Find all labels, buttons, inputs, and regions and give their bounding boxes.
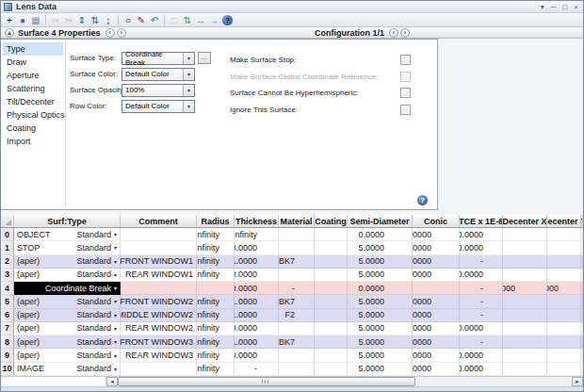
cell-thickness[interactable]: 0.0000 [235, 282, 279, 295]
cell-tce[interactable]: - [460, 282, 503, 295]
cell-conic[interactable]: 0.0000 [413, 363, 460, 376]
cell-decenter_y[interactable] [547, 363, 581, 376]
undo-icon[interactable]: ↶ [148, 14, 161, 26]
surface-type-dropdown[interactable]: Standard▾ [76, 337, 117, 347]
next-configuration-button[interactable]: › [400, 28, 410, 38]
scrollbar-thumb[interactable] [118, 377, 415, 386]
surface-type-dropdown[interactable]: Coordinate Break▾ [45, 284, 117, 293]
column-header-decenter_x[interactable]: Decenter X [503, 215, 547, 227]
surface-type-cell[interactable]: (aper)Standard▾ [14, 335, 121, 349]
surface-type-cell[interactable]: (aper)Standard▾ [14, 309, 121, 322]
surface-type-cell[interactable]: IMAGEStandard▾ [14, 363, 121, 376]
cell-decenter_x[interactable] [503, 349, 547, 362]
nav-item-tilt-decenter[interactable]: Tilt/Decenter [3, 95, 63, 108]
right-arrow-icon[interactable]: → [207, 14, 220, 26]
image-icon[interactable]: ▦ [29, 14, 42, 26]
cell-ti[interactable] [581, 282, 583, 295]
cell-thickness[interactable]: 10.0000 [235, 269, 279, 282]
surface-type-dropdown[interactable]: Standard▾ [76, 364, 117, 373]
cell-material[interactable]: N-BK7 [279, 255, 315, 269]
cell-material[interactable] [279, 322, 315, 335]
cell-coating[interactable] [315, 295, 348, 308]
cell-conic[interactable]: 0.0000 [413, 295, 460, 308]
cell-comment[interactable]: REAR WINDOW1 [121, 269, 197, 282]
row-number-cell[interactable]: 4 [1, 282, 14, 295]
cell-semi_diameter[interactable]: 5.0000 [348, 241, 413, 254]
cell-conic[interactable]: 0.0000 [413, 335, 460, 349]
cell-conic[interactable]: 0.0000 [413, 228, 460, 241]
cell-thickness[interactable]: 10.0000 [235, 241, 279, 254]
cell-semi_diameter[interactable]: 5.0000 [348, 335, 413, 349]
refresh-arrows-icon[interactable]: ⇅ [181, 14, 194, 26]
cell-decenter_x[interactable] [503, 322, 547, 335]
combo-surface-opacity-[interactable]: 100%▾ [122, 84, 195, 97]
cell-radius[interactable]: Infinity [197, 295, 235, 308]
cell-material[interactable]: N-BK7 [279, 295, 315, 308]
cell-ti[interactable] [581, 255, 583, 269]
cell-decenter_y[interactable] [547, 349, 581, 362]
split-arrows-icon[interactable]: ⇅ [89, 14, 102, 26]
cell-tce[interactable]: - [460, 295, 503, 308]
cell-coating[interactable] [315, 255, 348, 269]
cell-radius[interactable]: Infinity [197, 363, 235, 376]
surface-type-dropdown[interactable]: Standard▾ [76, 323, 117, 333]
row-number-cell[interactable]: 7 [1, 322, 14, 335]
cell-decenter_x[interactable] [503, 309, 547, 322]
cell-semi_diameter[interactable]: 0.0000 [348, 282, 413, 295]
cell-ti[interactable] [581, 363, 583, 376]
row-number-cell[interactable]: 3 [1, 269, 14, 282]
cell-thickness[interactable]: 1.0000 [235, 255, 279, 269]
cell-coating[interactable] [315, 241, 348, 254]
prev-configuration-button[interactable]: ‹ [389, 28, 398, 38]
cell-thickness[interactable]: - [235, 363, 279, 376]
scroll-left-button[interactable]: ◄ [106, 377, 118, 386]
cell-decenter_x[interactable] [503, 295, 547, 308]
cell-decenter_x[interactable] [503, 228, 547, 241]
cell-tce[interactable]: 0.0000 [460, 349, 503, 362]
row-number-cell[interactable]: 8 [1, 335, 14, 349]
cell-conic[interactable]: 0.0000 [413, 349, 460, 362]
cell-tce[interactable]: 0.0000 [460, 363, 503, 376]
surface-type-dropdown[interactable]: Standard▾ [76, 243, 117, 253]
column-header-decenter_y[interactable]: Decenter Y [547, 215, 581, 227]
surface-type-dropdown[interactable]: Standard▾ [76, 297, 117, 306]
cell-comment[interactable]: FRONT WINDOW2 [121, 295, 197, 308]
cell-ti[interactable] [581, 349, 583, 362]
surface-type-dropdown[interactable]: Standard▾ [76, 310, 117, 319]
window-menu-button[interactable]: ▾ [541, 3, 544, 11]
nav-item-type[interactable]: Type [3, 42, 63, 56]
column-header-comment[interactable]: Comment [121, 215, 197, 227]
insert-surface-icon[interactable]: ↨ [102, 14, 115, 26]
surface-type-cell[interactable]: OBJECTStandard▾ [14, 228, 121, 241]
cell-decenter_y[interactable] [547, 309, 581, 322]
cell-tce[interactable]: - [460, 335, 503, 349]
cell-material[interactable]: N-BK7 [279, 335, 315, 349]
cell-ti[interactable] [581, 269, 583, 282]
cell-material[interactable]: F2 [279, 309, 315, 322]
row-number-cell[interactable]: 5 [1, 295, 14, 308]
cell-material[interactable] [279, 269, 315, 282]
globe-icon[interactable]: ● [16, 14, 29, 26]
cell-decenter_x[interactable]: 0.0000 [503, 282, 547, 295]
column-header-coating[interactable]: Coating [315, 215, 348, 227]
swap-vertical-icon[interactable]: ⇕ [75, 14, 89, 26]
prev-surface-button[interactable]: ‹ [105, 28, 115, 38]
column-header-conic[interactable]: Conic [413, 215, 460, 227]
cell-radius[interactable]: Infinity [197, 322, 235, 335]
column-header-semi_diameter[interactable]: Semi-Diameter [348, 215, 413, 227]
cell-conic[interactable]: 0.0000 [413, 309, 460, 322]
nav-item-scattering[interactable]: Scattering [3, 82, 63, 95]
cell-comment[interactable] [121, 228, 197, 241]
column-header-tce[interactable]: TCE x 1E-6 [460, 215, 503, 227]
nav-item-draw[interactable]: Draw [3, 56, 63, 69]
cell-ti[interactable] [581, 322, 583, 335]
cell-tce[interactable]: 0.0000 [460, 322, 503, 335]
scroll-right-button[interactable]: ► [572, 377, 583, 386]
circle-tool-icon[interactable]: ○ [122, 14, 135, 26]
cell-conic[interactable] [413, 282, 460, 295]
column-header-thickness[interactable]: Thickness [235, 215, 279, 227]
left-right-arrow-icon[interactable]: ↔ [194, 14, 207, 26]
cell-thickness[interactable]: 1.0000 [235, 295, 279, 308]
cell-semi_diameter[interactable]: 5.0000 [348, 269, 413, 282]
cell-comment[interactable]: REAR WINDOW2 [121, 322, 197, 335]
